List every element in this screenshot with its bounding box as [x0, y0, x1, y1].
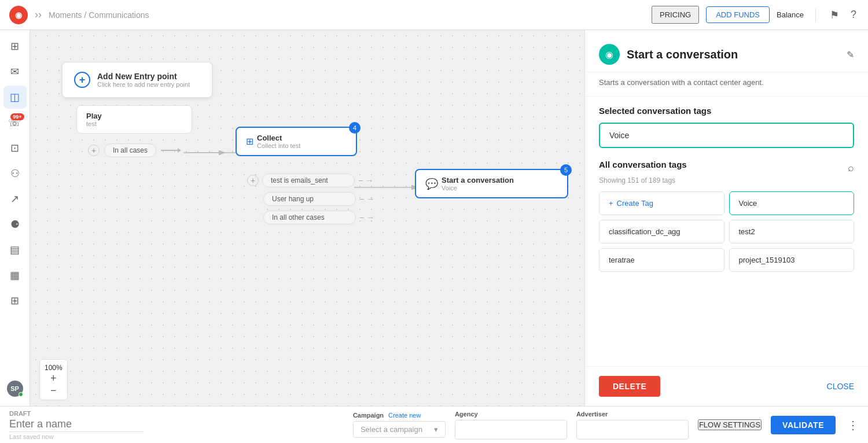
- start-conv-icon: 💬: [425, 178, 438, 190]
- sidebar-item-analytics[interactable]: ↗: [3, 187, 27, 211]
- selected-tag-box[interactable]: Voice: [599, 123, 854, 148]
- nav-expand-icon[interactable]: ››: [35, 9, 42, 21]
- sidebar-item-audit[interactable]: ▦: [3, 264, 27, 287]
- in-all-cases-row: + In all cases: [88, 143, 178, 157]
- edit-title-icon[interactable]: ✎: [847, 49, 854, 60]
- zoom-in-button[interactable]: +: [45, 372, 62, 385]
- tag-item-voice[interactable]: Voice: [729, 191, 855, 215]
- sidebar-item-campaigns[interactable]: ⊡: [3, 136, 27, 160]
- condition-pill-3[interactable]: In all other cases: [263, 211, 356, 224]
- remove-condition-2-icon[interactable]: −: [359, 194, 364, 204]
- condition-row-3: In all other cases − →: [247, 211, 374, 224]
- breadcrumb-page: Communications: [89, 10, 149, 20]
- breadcrumb: Moments / Communications: [49, 10, 149, 20]
- tag-item-teratrae[interactable]: teratrae: [599, 248, 724, 272]
- play-node-title: Play: [86, 112, 182, 120]
- sidebar-item-messages[interactable]: ▤: [3, 238, 27, 261]
- sidebar-item-settings[interactable]: ⊞: [3, 289, 27, 312]
- add-condition-button[interactable]: +: [247, 175, 259, 186]
- remove-condition-1-icon[interactable]: −: [358, 176, 363, 185]
- add-funds-button[interactable]: ADD FUNDS: [706, 6, 770, 23]
- sidebar-item-people[interactable]: ⚇: [3, 162, 27, 185]
- canvas-area[interactable]: + Add New Entry point Click here to add …: [30, 30, 584, 406]
- right-panel: ◉ Start a conversation ✎ Starts a conver…: [584, 30, 868, 406]
- entry-point-plus-icon: +: [74, 72, 90, 88]
- sidebar-item-phone[interactable]: ☏ 99+: [3, 111, 27, 134]
- create-new-campaign-button[interactable]: Create new: [388, 412, 421, 419]
- condition-arrow-3-icon[interactable]: →: [366, 213, 374, 222]
- create-tag-plus-icon: +: [609, 199, 613, 208]
- flow-name-input[interactable]: [9, 418, 144, 432]
- condition-pill-1[interactable]: test is emails_sent: [262, 173, 355, 187]
- balance-label: Balance: [777, 10, 804, 19]
- in-all-cases-pill: In all cases: [104, 143, 156, 157]
- contacts-icon: ◫: [10, 91, 20, 104]
- advertiser-input[interactable]: [576, 420, 689, 440]
- tag-project-label: project_1519103: [739, 256, 795, 264]
- help-icon[interactable]: ?: [851, 9, 856, 21]
- advertiser-label: Advertiser: [576, 411, 689, 418]
- user-avatar[interactable]: SP: [7, 381, 23, 397]
- collect-node[interactable]: 4 ⊞ Collect Collect into test: [236, 127, 357, 156]
- collect-icon: ⊞: [246, 136, 253, 147]
- tag-item-project[interactable]: project_1519103: [729, 248, 855, 272]
- selected-tags-title: Selected conversation tags: [599, 106, 854, 116]
- pricing-button[interactable]: PRICING: [652, 6, 699, 24]
- dashboard-icon: ⊞: [10, 40, 19, 53]
- validate-button[interactable]: VALIDATE: [771, 416, 836, 434]
- entry-point-title: Add New Entry point: [97, 72, 190, 81]
- collect-node-title: Collect: [257, 134, 300, 142]
- close-button[interactable]: CLOSE: [827, 382, 854, 391]
- condition-pill-2[interactable]: User hang up: [263, 192, 356, 206]
- flow-settings-button[interactable]: FLOW SETTINGS: [698, 419, 762, 430]
- connector-arrow: [161, 150, 178, 151]
- tag-item-classification[interactable]: classification_dc_agg: [599, 220, 724, 243]
- tag-item-test2[interactable]: test2: [729, 220, 855, 243]
- more-options-icon[interactable]: ⋮: [847, 418, 859, 432]
- agency-input[interactable]: [455, 420, 567, 440]
- condition-arrow-2-icon[interactable]: →: [366, 194, 374, 204]
- panel-header-icon: ◉: [599, 44, 620, 65]
- selected-tags-section: Selected conversation tags Voice: [585, 97, 868, 160]
- sidebar-item-dashboard[interactable]: ⊞: [3, 35, 27, 58]
- audit-icon: ▦: [10, 269, 20, 282]
- condition-arrow-1-icon[interactable]: →: [365, 176, 373, 185]
- remove-condition-3-icon[interactable]: −: [359, 213, 364, 222]
- panel-footer: DELETE CLOSE: [585, 366, 868, 406]
- tags-grid: + Create Tag Voice classification_dc_agg…: [599, 191, 854, 272]
- panel-subtitle: Starts a conversation with a contact cen…: [585, 72, 868, 97]
- tag-test2-label: test2: [739, 227, 755, 236]
- tags-header-row: All conversation tags ⌕: [599, 160, 854, 176]
- campaign-label: Campaign: [353, 412, 384, 419]
- delete-button[interactable]: DELETE: [599, 376, 660, 397]
- entry-point-card[interactable]: + Add New Entry point Click here to add …: [62, 62, 212, 98]
- add-case-button[interactable]: +: [88, 145, 100, 156]
- agency-label: Agency: [455, 411, 567, 418]
- phone-badge: 99+: [10, 113, 24, 120]
- flow-name-section: DRAFT Last saved now: [9, 410, 144, 440]
- breadcrumb-moments[interactable]: Moments: [49, 10, 82, 20]
- last-saved-text: Last saved now: [9, 433, 144, 440]
- condition-row-1: + test is emails_sent − →: [247, 173, 374, 187]
- collect-node-badge: 4: [349, 122, 361, 134]
- agency-section: Agency: [455, 411, 567, 440]
- analytics-icon: ↗: [10, 193, 19, 205]
- sidebar-item-team[interactable]: ⚈: [3, 213, 27, 236]
- flag-icon[interactable]: ⚑: [830, 9, 839, 21]
- panel-title: Start a conversation: [627, 48, 840, 61]
- tag-teratrae-label: teratrae: [609, 256, 635, 264]
- draft-label: DRAFT: [9, 410, 144, 417]
- campaign-select-dropdown[interactable]: Select a campaign ▾: [353, 421, 446, 438]
- settings-icon: ⊞: [10, 294, 19, 307]
- play-node[interactable]: Play test: [76, 105, 192, 134]
- inbox-icon: ✉: [10, 65, 19, 78]
- sidebar-item-inbox[interactable]: ✉: [3, 60, 27, 83]
- bottom-bar: DRAFT Last saved now Campaign Create new…: [0, 406, 868, 443]
- start-conversation-node[interactable]: 5 💬 Start a conversation Voice: [415, 169, 568, 198]
- play-node-subtitle: test: [86, 120, 182, 127]
- collect-node-subtitle: Collect into test: [257, 142, 300, 149]
- sidebar-item-contacts[interactable]: ◫: [3, 86, 27, 109]
- search-tags-icon[interactable]: ⌕: [848, 162, 854, 174]
- zoom-out-button[interactable]: −: [45, 385, 62, 397]
- create-tag-button[interactable]: + Create Tag: [599, 191, 724, 215]
